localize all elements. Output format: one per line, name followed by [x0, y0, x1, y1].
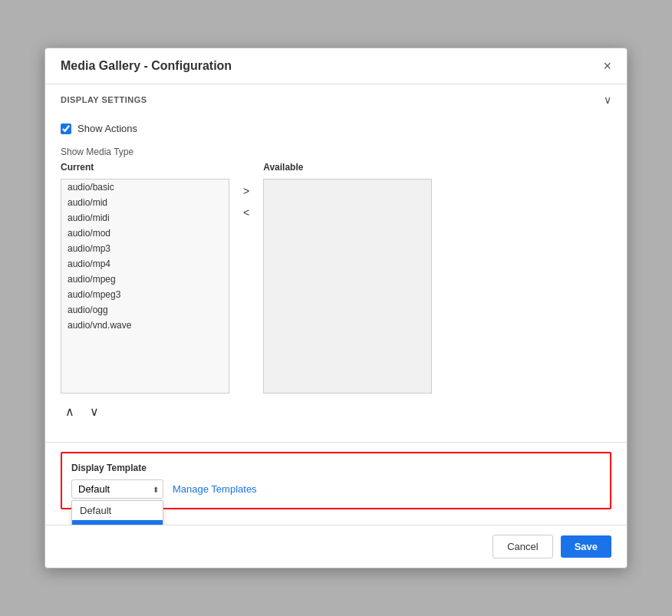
- display-settings-content: Show Actions Show Media Type Current aud…: [45, 115, 627, 442]
- dropdown-item-carousel[interactable]: Carousel: [72, 520, 163, 525]
- dropdown-item-default[interactable]: Default: [72, 501, 163, 520]
- template-select[interactable]: Default Carousel: [71, 479, 163, 499]
- display-settings-header[interactable]: DISPLAY SETTINGS ∨: [45, 84, 627, 115]
- modal-dialog: Media Gallery - Configuration × DISPLAY …: [44, 48, 628, 568]
- available-list-container: Available: [263, 162, 432, 394]
- template-dropdown-popup: Default Carousel: [71, 500, 163, 525]
- transfer-buttons: > <: [229, 183, 263, 220]
- close-button[interactable]: ×: [603, 59, 611, 73]
- list-item[interactable]: audio/midi: [61, 210, 229, 226]
- transfer-right-button[interactable]: >: [239, 183, 254, 199]
- list-item[interactable]: audio/mid: [61, 195, 229, 210]
- modal-header: Media Gallery - Configuration ×: [45, 48, 627, 84]
- list-item[interactable]: audio/mpeg3: [61, 287, 229, 302]
- cancel-button[interactable]: Cancel: [492, 535, 552, 558]
- modal-body: DISPLAY SETTINGS ∨ Show Actions Show Med…: [45, 84, 627, 525]
- sort-down-button[interactable]: ∨: [85, 403, 104, 420]
- current-list-container: Current audio/basicaudio/midaudio/midiau…: [61, 162, 229, 394]
- list-item[interactable]: audio/vnd.wave: [61, 318, 229, 333]
- sort-buttons: ∧ ∨: [61, 403, 611, 420]
- show-media-type-label: Show Media Type: [61, 147, 611, 157]
- transfer-left-button[interactable]: <: [239, 205, 254, 220]
- show-actions-label: Show Actions: [77, 123, 137, 134]
- save-button[interactable]: Save: [561, 535, 611, 558]
- list-item[interactable]: audio/mp3: [61, 241, 229, 256]
- list-item[interactable]: audio/mp4: [61, 256, 229, 272]
- list-item[interactable]: audio/basic: [61, 180, 229, 195]
- modal-title: Media Gallery - Configuration: [61, 59, 232, 73]
- sort-up-button[interactable]: ∧: [61, 403, 79, 420]
- media-type-row: Current audio/basicaudio/midaudio/midiau…: [61, 162, 611, 394]
- modal-overlay: Media Gallery - Configuration × DISPLAY …: [0, 0, 672, 616]
- show-actions-row: Show Actions: [61, 123, 611, 134]
- list-item[interactable]: audio/mpeg: [61, 272, 229, 287]
- display-template-section: Display Template Default Carousel ⬍ Defa…: [61, 452, 611, 509]
- display-settings-section: DISPLAY SETTINGS ∨ Show Actions Show Med…: [45, 84, 627, 443]
- current-list-box[interactable]: audio/basicaudio/midaudio/midiaudio/moda…: [61, 179, 229, 394]
- display-settings-chevron-icon: ∨: [604, 94, 611, 106]
- available-list-box[interactable]: [263, 179, 432, 394]
- display-template-label: Display Template: [71, 463, 601, 473]
- template-row: Default Carousel ⬍ Default Carousel Mana…: [71, 479, 601, 499]
- modal-footer: Cancel Save: [45, 525, 627, 568]
- manage-templates-link[interactable]: Manage Templates: [173, 483, 257, 495]
- display-settings-title: DISPLAY SETTINGS: [61, 95, 147, 104]
- template-select-wrapper: Default Carousel ⬍ Default Carousel: [71, 479, 163, 499]
- show-actions-checkbox[interactable]: [61, 124, 71, 134]
- available-list-label: Available: [263, 162, 432, 173]
- list-item[interactable]: audio/mod: [61, 226, 229, 241]
- current-list-label: Current: [61, 162, 229, 173]
- list-item[interactable]: audio/ogg: [61, 302, 229, 318]
